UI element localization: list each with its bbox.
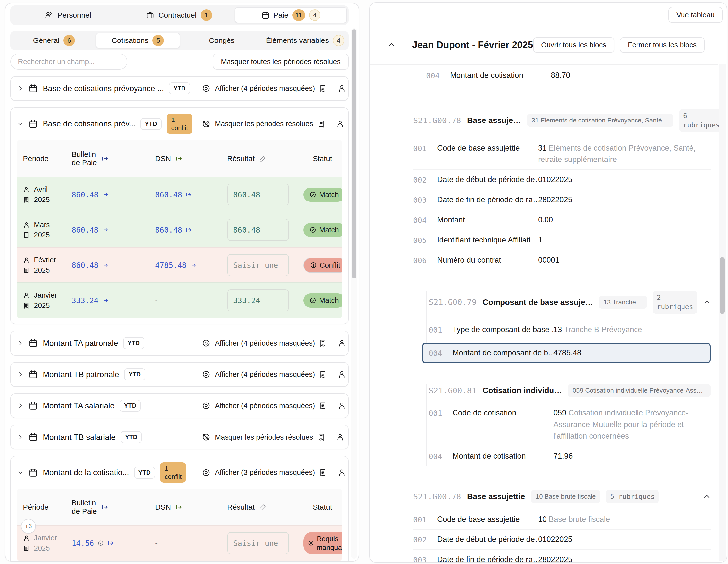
dsn-field-row[interactable]: 005 Identifiant technique Affiliati… 1 <box>413 230 711 250</box>
block-code: S21.G00.81 <box>429 386 477 395</box>
field-value-desc: Tranche B Prévoyance <box>564 325 642 334</box>
dsn-field-row[interactable]: 002 Date de début de période de… 0102202… <box>413 529 711 549</box>
person-icon[interactable] <box>338 370 346 379</box>
transfer-icon[interactable] <box>185 226 192 233</box>
transfer-icon[interactable] <box>190 262 197 269</box>
result-input[interactable] <box>227 532 289 554</box>
toggle-hidden-periods[interactable]: Masquer les périodes résolues <box>202 120 313 128</box>
receipt-icon[interactable] <box>319 468 327 477</box>
result-input[interactable] <box>227 219 289 241</box>
transfer-icon[interactable] <box>175 155 183 162</box>
chevron-right-icon[interactable] <box>17 434 23 440</box>
subtab-count-badge: 4 <box>333 35 344 46</box>
info-icon[interactable] <box>97 540 104 546</box>
transfer-icon[interactable] <box>102 262 109 269</box>
dsn-block-header[interactable]: S21.G00.78 Base assujettie 10 Base brute… <box>413 490 711 503</box>
pencil-icon[interactable] <box>259 503 267 511</box>
receipt-icon[interactable] <box>319 401 327 410</box>
receipt-icon[interactable] <box>319 339 327 347</box>
subtab-conges[interactable]: Congés <box>180 33 264 48</box>
left-scrollbar-thumb[interactable] <box>352 29 356 278</box>
transfer-icon[interactable] <box>101 155 109 162</box>
dsn-field-row[interactable]: 004 Montant de cotisation 71.96 <box>427 446 711 466</box>
field-value: 88.70 <box>551 71 570 80</box>
dsn-field-row-selected[interactable]: 004 Montant de composant de b… 4785.48 <box>422 342 711 363</box>
person-icon[interactable] <box>338 84 346 93</box>
collapse-icon[interactable] <box>387 41 396 49</box>
transfer-icon[interactable] <box>175 503 183 511</box>
search-input[interactable] <box>10 54 127 70</box>
dsn-field-row[interactable]: 003 Date de fin de période de ra… 280220… <box>413 549 711 563</box>
chevron-up-icon[interactable] <box>703 298 711 306</box>
dsn-field-row[interactable]: 003 Date de fin de période de ra… 280220… <box>413 190 711 210</box>
chevron-right-icon[interactable] <box>17 403 23 409</box>
subtab-cotisations[interactable]: Cotisations 5 <box>96 33 180 48</box>
dsn-field-row[interactable]: 002 Date de début de période de… 0102202… <box>413 170 711 190</box>
subtab-elements-variables[interactable]: Éléments variables 4 <box>264 33 347 48</box>
col-dsn-label: DSN <box>155 154 171 163</box>
dsn-value: 4785.48 <box>155 261 186 270</box>
receipt-icon <box>23 267 30 274</box>
receipt-icon[interactable] <box>317 120 325 128</box>
transfer-icon[interactable] <box>185 191 192 198</box>
dsn-field-row[interactable]: 006 Numéro du contrat 00001 <box>413 250 711 270</box>
toggle-hidden-periods[interactable]: Afficher (4 périodes masquées) <box>202 370 315 379</box>
dsn-field-row[interactable]: 001 Code de base assujettie 10 Base brut… <box>413 510 711 529</box>
table-view-button[interactable]: Vue tableau <box>668 7 723 23</box>
chevron-up-icon[interactable] <box>703 493 711 500</box>
dsn-field-row[interactable]: 001 Code de base assujettie 31 Eléments … <box>413 138 711 170</box>
open-all-blocks-button[interactable]: Ouvrir tous les blocs <box>533 37 614 53</box>
right-scrollbar[interactable] <box>719 64 726 561</box>
tab-personnel[interactable]: Personnel <box>12 7 123 23</box>
person-icon[interactable] <box>336 433 344 441</box>
person-icon[interactable] <box>338 339 346 347</box>
toggle-hidden-periods[interactable]: Afficher (4 périodes masquées) <box>202 84 315 93</box>
left-scrollbar[interactable] <box>351 28 357 559</box>
hide-all-resolved-button[interactable]: Masquer toutes les périodes résolues <box>213 54 349 70</box>
toggle-hidden-periods[interactable]: Masquer les périodes résolues <box>202 433 313 441</box>
right-scrollbar-thumb[interactable] <box>720 257 725 314</box>
dsn-field-row[interactable]: 001 Code de cotisation 059 Cotisation in… <box>427 403 711 446</box>
calendar-icon <box>28 338 38 348</box>
receipt-icon[interactable] <box>319 84 327 93</box>
people-icon <box>45 11 53 20</box>
chevron-right-icon[interactable] <box>17 340 23 346</box>
chevron-right-icon[interactable] <box>17 371 23 377</box>
dsn-field-row[interactable]: 004 Montant de cotisation 88.70 <box>426 66 711 85</box>
toggle-hidden-periods[interactable]: Afficher (3 périodes masquées) <box>202 468 315 477</box>
dsn-field-row[interactable]: 004 Montant 0.00 <box>413 210 711 230</box>
result-input[interactable] <box>227 254 289 276</box>
transfer-icon[interactable] <box>102 226 109 233</box>
person-icon[interactable] <box>338 468 346 477</box>
pencil-icon[interactable] <box>259 155 267 162</box>
transfer-icon[interactable] <box>101 503 109 511</box>
toggle-hidden-periods[interactable]: Afficher (4 périodes masquées) <box>202 339 315 347</box>
subtab-general[interactable]: Général 6 <box>12 33 96 48</box>
receipt-icon[interactable] <box>319 370 327 379</box>
field-value: 10 <box>538 515 546 523</box>
toggle-hidden-periods[interactable]: Afficher (4 périodes masquées) <box>202 401 315 410</box>
person-icon[interactable] <box>336 120 344 128</box>
transfer-icon[interactable] <box>102 191 109 198</box>
chevron-right-icon[interactable] <box>17 86 23 91</box>
chevron-down-icon[interactable] <box>17 470 23 475</box>
person-icon[interactable] <box>338 401 346 410</box>
transfer-icon[interactable] <box>107 540 114 547</box>
tab-paie[interactable]: Paie 11 4 <box>235 7 347 23</box>
receipt-icon[interactable] <box>317 433 325 441</box>
dsn-block-header[interactable]: S21.G00.81 Cotisation individu… 059 Coti… <box>427 384 711 397</box>
close-all-blocks-button[interactable]: Fermer tous les blocs <box>620 37 705 53</box>
field-value: 1 <box>538 236 542 244</box>
tab-contractuel[interactable]: Contractuel 1 <box>123 7 234 23</box>
dsn-field-row[interactable]: 001 Type de composant de base … 13 Tranc… <box>427 320 711 340</box>
dsn-block-header[interactable]: S21.G00.79 Composant de base assuje… 13 … <box>427 291 711 314</box>
hidden-periods-count-badge[interactable]: +3 <box>21 519 36 534</box>
result-input[interactable] <box>227 289 289 311</box>
chevron-down-icon[interactable] <box>17 121 23 127</box>
section-title: Montant de la cotisatio... <box>43 468 129 477</box>
check-circle-icon <box>309 297 316 304</box>
dsn-block-header[interactable]: S21.G00.78 Base assuje… 31 Eléments de c… <box>413 109 711 132</box>
subtab-label: Éléments variables <box>266 36 329 45</box>
result-input[interactable] <box>227 184 289 206</box>
transfer-icon[interactable] <box>102 297 109 304</box>
